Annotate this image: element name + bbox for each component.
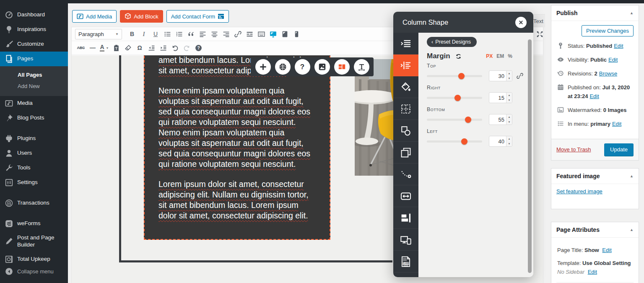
sidebar-item-media[interactable]: Media <box>0 96 68 111</box>
redo-button[interactable] <box>181 42 192 53</box>
hr-button[interactable]: — <box>87 42 99 53</box>
omega-button[interactable]: Ω <box>134 42 145 53</box>
margin-bottom-slider[interactable] <box>427 119 482 121</box>
panel-tab-margin[interactable] <box>393 55 418 76</box>
sidebar-item-post-and-page-builder[interactable]: Post and Page Builder <box>0 231 68 252</box>
tablet-button[interactable] <box>279 29 291 39</box>
panel-tab-blocks[interactable] <box>393 207 418 229</box>
panel-header[interactable]: Column Shape <box>393 12 533 33</box>
desktop-button[interactable] <box>267 29 279 39</box>
preset-designs-button[interactable]: ‹ Preset Designs <box>427 37 477 47</box>
undo-button[interactable] <box>169 42 181 53</box>
panel-tab-text[interactable] <box>393 33 418 55</box>
add-media-button[interactable]: Add Media <box>72 10 117 23</box>
blocks-button[interactable] <box>334 59 350 75</box>
template-edit-link[interactable]: Edit <box>588 269 597 275</box>
margin-top-slider[interactable] <box>427 75 482 77</box>
sidebar-item-transactions[interactable]: Transactions <box>0 196 68 210</box>
help-button[interactable]: ? <box>192 42 204 53</box>
status-edit-link[interactable]: Edit <box>614 43 623 49</box>
unit-em[interactable]: EM <box>496 53 504 59</box>
panel-tab-background[interactable] <box>393 76 418 98</box>
bullet-list-button[interactable] <box>161 29 173 39</box>
collapse-caret-icon[interactable]: ▲ <box>630 228 634 232</box>
sidebar-item-customize[interactable]: Customize <box>0 37 68 52</box>
step-down-icon[interactable]: ▼ <box>506 141 512 146</box>
image-button-button[interactable] <box>314 59 330 75</box>
format-select[interactable]: Paragraph ▼ <box>75 29 122 39</box>
phone-button[interactable] <box>291 29 302 39</box>
panel-tab-animation[interactable] <box>393 164 418 185</box>
strikethrough-button[interactable]: ABC <box>75 42 87 53</box>
underline-button[interactable]: U <box>150 29 161 39</box>
publish-panel-header[interactable]: Publish ▲ <box>551 5 639 21</box>
panel-tab-duplicate[interactable] <box>393 142 418 164</box>
blockquote-button[interactable] <box>185 29 197 39</box>
reset-icon[interactable] <box>455 53 462 60</box>
sidebar-item-users[interactable]: Users <box>0 146 68 161</box>
fullscreen-icon[interactable] <box>536 30 544 38</box>
indent-button[interactable] <box>157 42 169 53</box>
page-title-edit-link[interactable]: Edit <box>602 247 611 253</box>
toolbar-toggle-button[interactable] <box>255 29 267 39</box>
paste-text-button[interactable] <box>110 42 122 53</box>
step-up-icon[interactable]: ▲ <box>506 93 512 98</box>
sidebar-item-settings[interactable]: Settings <box>0 175 68 190</box>
panel-tab-width[interactable] <box>393 185 418 207</box>
sidebar-item-dashboard[interactable]: Dashboard <box>0 8 68 22</box>
more-tag-button[interactable] <box>244 29 255 39</box>
featured-image-header[interactable]: Featured image ▲ <box>551 169 639 184</box>
margin-left-input[interactable]: 40▲▼ <box>489 136 512 147</box>
text-drag-button[interactable] <box>354 59 369 75</box>
preview-changes-button[interactable]: Preview Changes <box>582 25 634 36</box>
sidebar-item-pages[interactable]: Pages <box>0 52 68 66</box>
panel-tab-border[interactable] <box>393 98 418 120</box>
step-up-icon[interactable]: ▲ <box>506 114 512 119</box>
margin-top-input[interactable]: 30▲▼ <box>489 70 512 81</box>
margin-right-input[interactable]: 15▲▼ <box>489 92 512 103</box>
margin-right-slider[interactable] <box>427 97 482 99</box>
collapse-caret-icon[interactable]: ▲ <box>630 11 634 15</box>
plus-button[interactable] <box>255 59 271 75</box>
page-attributes-header[interactable]: Page Attributes ▲ <box>551 222 639 238</box>
sidebar-item-inspirations[interactable]: Inspirations <box>0 22 68 37</box>
numbered-list-button[interactable] <box>173 29 185 39</box>
sidebar-subitem-all-pages[interactable]: All Pages <box>0 69 68 80</box>
panel-tab-responsive[interactable] <box>393 229 418 251</box>
sidebar-item-tools[interactable]: Tools <box>0 161 68 175</box>
link-button[interactable] <box>232 29 244 39</box>
add-block-button[interactable]: Add Block <box>120 10 163 23</box>
outdent-button[interactable] <box>145 42 157 53</box>
align-center-button[interactable] <box>208 29 220 39</box>
text-column-block[interactable]: amet bibendum lacus. Lorem ipsum dolor s… <box>144 55 330 240</box>
panel-tab-shapes[interactable] <box>393 120 418 142</box>
panel-scrollbar[interactable] <box>528 39 532 273</box>
step-down-icon[interactable]: ▼ <box>506 76 512 81</box>
published-on-edit-link[interactable]: Edit <box>589 93 599 99</box>
collapse-caret-icon[interactable]: ▲ <box>630 174 634 178</box>
margin-bottom-input[interactable]: 55▲▼ <box>489 114 512 125</box>
unit-percent[interactable]: % <box>508 53 512 59</box>
align-right-button[interactable] <box>220 29 232 39</box>
question-button[interactable]: ? <box>295 59 310 75</box>
link-values-icon[interactable] <box>517 73 523 79</box>
slider-handle[interactable] <box>465 117 471 123</box>
revisions-browse-link[interactable]: Browse <box>599 70 617 77</box>
step-up-icon[interactable]: ▲ <box>506 136 512 141</box>
text-color-button[interactable]: A▼ <box>99 42 110 53</box>
slider-handle[interactable] <box>458 73 465 79</box>
step-up-icon[interactable]: ▲ <box>506 71 512 76</box>
italic-button[interactable]: I <box>138 29 150 39</box>
globe-button[interactable] <box>275 59 291 75</box>
margin-left-slider[interactable] <box>427 140 482 143</box>
step-down-icon[interactable]: ▼ <box>506 98 512 103</box>
set-featured-image-link[interactable]: Set featured image <box>556 188 602 195</box>
in-menu-edit-link[interactable]: Edit <box>612 121 621 127</box>
remove-format-button[interactable] <box>122 42 134 53</box>
unit-px[interactable]: PX <box>486 53 493 59</box>
sidebar-subitem-add-new[interactable]: Add New <box>0 80 68 92</box>
slider-handle[interactable] <box>461 138 467 145</box>
slider-handle[interactable] <box>454 95 461 101</box>
add-contact-form-button[interactable]: Add Contact Form <box>166 10 229 23</box>
sidebar-item-weforms[interactable]: weForms <box>0 216 68 231</box>
